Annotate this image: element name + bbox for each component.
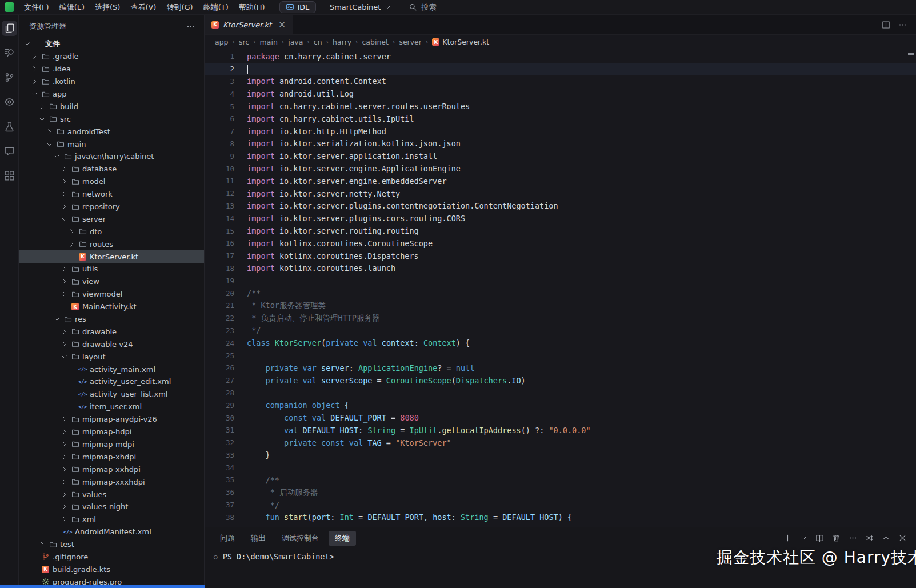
ellipsis-icon[interactable] [898,21,907,29]
code-line[interactable]: 11import io.ktor.server.engine.embeddedS… [205,175,916,187]
code-line[interactable]: 5import cn.harry.cabinet.server.routes.u… [205,100,916,113]
tree-item[interactable]: res [19,313,204,326]
tree-item[interactable]: layout [19,350,204,363]
code-line[interactable]: 26 private var server: ApplicationEngine… [205,362,916,374]
code-line[interactable]: 12import io.ktor.server.netty.Netty [205,187,916,200]
code-line[interactable]: 18import kotlinx.coroutines.launch [205,262,916,275]
activitybar-item-extensions[interactable] [2,168,17,183]
tree-item[interactable]: 文件 [19,38,204,50]
tree-item[interactable]: database [19,163,204,175]
code-line[interactable]: 13import io.ktor.server.plugins.contentn… [205,200,916,213]
tree-item[interactable]: KMainActivity.kt [19,301,204,313]
code-line[interactable]: 1package cn.harry.cabinet.server [205,50,916,63]
activitybar-item-search[interactable] [2,45,17,61]
code-line[interactable]: 3import android.content.Context [205,75,916,88]
close-icon[interactable] [898,534,907,542]
project-selector[interactable]: SmartCabinet [330,3,392,11]
tree-item[interactable]: main [19,138,204,150]
tree-item[interactable]: repository [19,201,204,213]
tree-item[interactable]: </>activity_user_edit.xml [19,375,204,388]
code-line[interactable]: 9import io.ktor.server.application.insta… [205,150,916,162]
code-line[interactable]: 16import kotlinx.coroutines.CoroutineSco… [205,237,916,250]
tree-item[interactable]: test [19,538,204,551]
tree-item[interactable]: xml [19,513,204,526]
tree-item[interactable]: utils [19,263,204,275]
tree-item[interactable]: androidTest [19,125,204,138]
ide-badge[interactable]: IDE [279,1,316,13]
code-line[interactable]: 4import android.util.Log [205,87,916,100]
breadcrumb-item[interactable]: app [215,38,229,46]
code-line[interactable]: 30 const val DEFAULT_PORT = 8080 [205,411,916,424]
code-line[interactable]: 10import io.ktor.server.engine.Applicati… [205,162,916,175]
tree-item[interactable]: mipmap-xxxhdpi [19,475,204,488]
code-line[interactable]: 28 [205,387,916,399]
code-line[interactable]: 8import io.ktor.serialization.kotlinx.js… [205,138,916,150]
panel-tab-终端[interactable]: 终端 [329,531,356,546]
code-line[interactable]: 38 fun start(port: Int = DEFAULT_PORT, h… [205,511,916,523]
code-line[interactable]: 31 val DEFAULT_HOST: String = IpUtil.get… [205,424,916,437]
menu-item[interactable]: 文件(F) [19,1,54,14]
shuffle-icon[interactable] [865,534,874,542]
titlebar-search[interactable]: 搜索 [409,2,436,13]
code-line[interactable]: 6import cn.harry.cabinet.utils.IpUtil [205,113,916,125]
breadcrumb-item[interactable]: src [239,38,249,46]
tree-item[interactable]: drawable-v24 [19,338,204,350]
code-line[interactable]: 29 companion object { [205,399,916,411]
tree-item[interactable]: view [19,275,204,288]
code-line[interactable]: 23 */ [205,325,916,337]
chevron-down-icon[interactable] [800,534,807,542]
code-line[interactable]: 15import io.ktor.server.routing.routing [205,225,916,237]
code-line[interactable]: 36 * 启动服务器 [205,486,916,499]
code-line[interactable]: 34 [205,461,916,474]
menu-item[interactable]: 终端(T) [198,1,234,14]
breadcrumb-item[interactable]: cn [314,38,322,46]
code-line[interactable]: 20/** [205,287,916,299]
split-editor-icon[interactable] [882,21,890,29]
tree-item[interactable]: app [19,88,204,101]
tree-item[interactable]: src [19,113,204,125]
code-line[interactable]: 32 private const val TAG = "KtorServer" [205,437,916,449]
code-line[interactable]: 14import io.ktor.server.plugins.cors.rou… [205,212,916,225]
menu-item[interactable]: 帮助(H) [234,1,270,14]
panel-tab-问题[interactable]: 问题 [214,531,241,546]
tree-item[interactable]: drawable [19,325,204,338]
tab-close-icon[interactable]: × [278,21,286,29]
tree-item[interactable]: values-night [19,501,204,513]
split-icon[interactable] [815,534,824,542]
menu-item[interactable]: 转到(G) [161,1,198,14]
tree-item[interactable]: mipmap-mdpi [19,438,204,451]
breadcrumb-item[interactable]: harry [333,38,351,46]
tree-item[interactable]: .idea [19,63,204,75]
tree-item[interactable]: viewmodel [19,288,204,301]
menu-item[interactable]: 查看(V) [125,1,161,14]
tree-item[interactable]: java\cn\harry\cabinet [19,150,204,163]
activitybar-item-source-control[interactable] [2,70,17,85]
plus-icon[interactable] [783,534,792,542]
tree-item[interactable]: .gitignore [19,551,204,563]
code-line[interactable]: 22 * 负责启动、停止和管理HTTP服务器 [205,312,916,325]
tree-item[interactable]: routes [19,238,204,250]
tree-item[interactable]: .kotlin [19,75,204,88]
tree-item[interactable]: mipmap-anydpi-v26 [19,413,204,426]
code-line[interactable]: 24class KtorServer(private val context: … [205,337,916,349]
tree-item[interactable]: </>activity_main.xml [19,363,204,375]
code-area[interactable]: 1package cn.harry.cabinet.server23import… [205,49,916,523]
activitybar-item-preview[interactable] [2,94,17,110]
activitybar-item-comments[interactable] [2,143,17,159]
code-line[interactable]: 19 [205,274,916,287]
breadcrumb-item[interactable]: java [288,38,303,46]
tab-ktorserver[interactable]: K KtorServer.kt × [205,15,293,34]
code-line[interactable]: 17import kotlinx.coroutines.Dispatchers [205,250,916,262]
tree-item[interactable]: values [19,488,204,501]
tree-item[interactable]: model [19,175,204,188]
code-line[interactable]: 21 * Ktor服务器管理类 [205,299,916,312]
ellipsis-icon[interactable] [849,534,857,542]
panel-tab-输出[interactable]: 输出 [245,531,272,546]
trash-icon[interactable] [832,534,841,542]
tree-item[interactable]: mipmap-xhdpi [19,450,204,463]
code-line[interactable]: 33 } [205,449,916,462]
tree-item[interactable]: server [19,213,204,225]
code-line[interactable]: 37 */ [205,499,916,511]
chevron-up-icon[interactable] [882,534,890,542]
tree-item[interactable]: </>AndroidManifest.xml [19,526,204,538]
